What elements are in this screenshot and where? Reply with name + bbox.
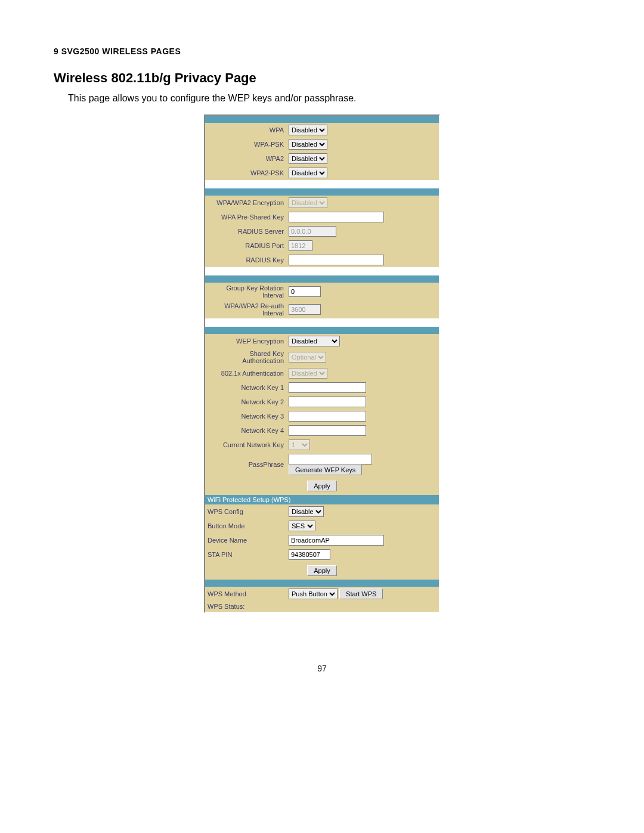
net-key4-label: Network Key 4 (205, 423, 286, 438)
net-key3-input[interactable] (289, 411, 366, 422)
wpa-enc-select: Disabled (289, 197, 327, 208)
current-key-label: Current Network Key (205, 438, 286, 452)
page-title: Wireless 802.11b/g Privacy Page (54, 70, 590, 86)
reauth-label: WPA/WPA2 Re-auth Interval (205, 301, 286, 318)
wpa2-label: WPA2 (205, 151, 286, 166)
net-key2-label: Network Key 2 (205, 395, 286, 409)
wpa2-select[interactable]: Disabled (289, 153, 327, 164)
current-key-select: 1 (289, 439, 310, 450)
wps-status-label: WPS Status: (205, 601, 286, 612)
sta-pin-input[interactable] (289, 549, 330, 560)
wps-status-value (286, 601, 439, 612)
passphrase-input[interactable] (289, 454, 372, 465)
wpa2-psk-select[interactable]: Disabled (289, 168, 327, 178)
wpa-preshared-input[interactable] (289, 212, 384, 222)
wps-method-label: WPS Method (205, 587, 286, 601)
device-name-input[interactable] (289, 535, 384, 546)
wps-method-select[interactable]: Push Button (289, 589, 338, 599)
wps-config-select[interactable]: Disable (289, 506, 324, 517)
button-mode-label: Button Mode (205, 519, 286, 533)
wps-config-label: WPS Config (205, 504, 286, 519)
wps-section-header: WiFi Protected Setup (WPS) (205, 495, 439, 504)
radius-port-label: RADIUS Port (205, 239, 286, 253)
radius-key-label: RADIUS Key (205, 253, 286, 267)
wpa-enc-label: WPA/WPA2 Encryption (205, 196, 286, 210)
wep-enc-select[interactable]: Disabled (289, 336, 340, 346)
radius-port-input (289, 240, 312, 251)
wpa-psk-select[interactable]: Disabled (289, 139, 327, 150)
net-key1-label: Network Key 1 (205, 380, 286, 395)
intro-text: This page allows you to configure the WE… (68, 93, 590, 104)
apply-button-2[interactable]: Apply (307, 565, 337, 576)
wep-enc-label: WEP Encryption (205, 334, 286, 348)
wpa-select[interactable]: Disabled (289, 125, 327, 135)
wpa-preshared-label: WPA Pre-Shared Key (205, 210, 286, 224)
section-heading: 9 SVG2500 WIRELESS PAGES (54, 47, 590, 56)
wpa-psk-label: WPA-PSK (205, 137, 286, 151)
config-panel: WPA Disabled WPA-PSK Disabled WPA2 Disab… (204, 114, 440, 613)
net-key3-label: Network Key 3 (205, 409, 286, 423)
sta-pin-label: STA PIN (205, 547, 286, 562)
net-key2-input[interactable] (289, 397, 366, 407)
wpa2-psk-label: WPA2-PSK (205, 166, 286, 180)
radius-server-input (289, 226, 336, 237)
group-key-rot-label: Group Key Rotation Interval (205, 283, 286, 301)
dot1x-auth-select: Disabled (289, 368, 327, 379)
page-number: 97 (0, 664, 644, 673)
reauth-input (289, 304, 321, 315)
group-key-rot-input[interactable] (289, 286, 321, 297)
wpa-label: WPA (205, 123, 286, 137)
net-key4-input[interactable] (289, 425, 366, 436)
passphrase-label: PassPhrase (205, 452, 286, 477)
radius-server-label: RADIUS Server (205, 224, 286, 239)
dot1x-auth-label: 802.1x Authentication (205, 366, 286, 380)
button-mode-select[interactable]: SES (289, 521, 315, 531)
start-wps-button[interactable]: Start WPS (339, 589, 383, 599)
device-name-label: Device Name (205, 533, 286, 547)
net-key1-input[interactable] (289, 382, 366, 393)
shared-key-auth-label: Shared Key Authentication (205, 348, 286, 366)
generate-wep-keys-button[interactable]: Generate WEP Keys (289, 465, 362, 475)
apply-button-1[interactable]: Apply (307, 481, 337, 491)
shared-key-auth-select: Optional (289, 352, 326, 363)
radius-key-input[interactable] (289, 255, 384, 265)
